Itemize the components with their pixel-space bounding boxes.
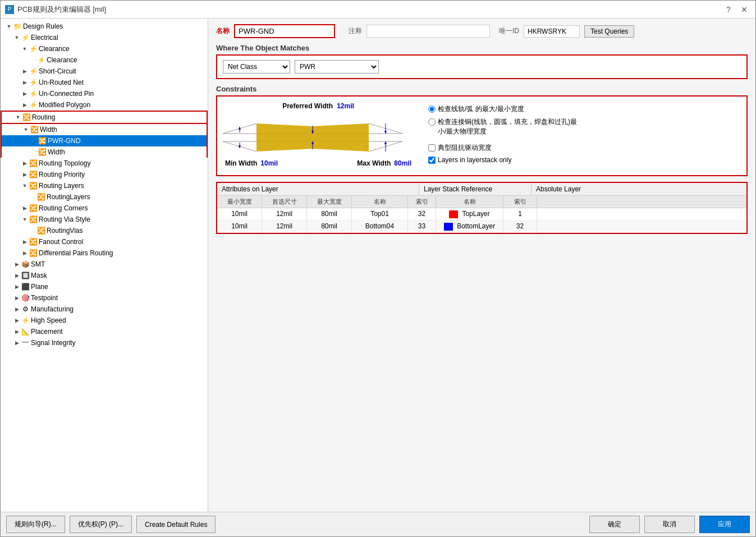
tree-item-routing-priority[interactable]: ▶ 🔀 Routing Priority: [1, 169, 208, 180]
checkbox-input-1[interactable]: [428, 144, 436, 152]
tree-item-routing[interactable]: ▼ 🔀 Routing: [1, 111, 208, 124]
tree-item-short-circuit[interactable]: ▶ ⚡ Short-Circuit: [1, 66, 208, 77]
tree-item-routing-layers-leaf[interactable]: ▶ 🔀 RoutingLayers: [1, 191, 208, 203]
expand-icon-clearance[interactable]: ▼: [21, 45, 29, 53]
tree-item-testpoint[interactable]: ▶ 🎯 Testpoint: [1, 292, 208, 304]
pwr-select[interactable]: PWR: [295, 60, 379, 74]
tree-item-placement[interactable]: ▶ 📐 Placement: [1, 326, 208, 337]
folder-icon: 📁: [13, 22, 22, 31]
expand-icon-fanout[interactable]: ▶: [21, 238, 29, 246]
tree-item-routing-vias-leaf[interactable]: ▶ 🔀 RoutingVias: [1, 225, 208, 236]
tree-label-routing-via-style: Routing Via Style: [39, 215, 90, 223]
expand-icon-routing-layers[interactable]: ▼: [21, 182, 29, 190]
expand-icon-design-rules[interactable]: ▼: [5, 22, 13, 30]
tree-item-routing-topology[interactable]: ▶ 🔀 Routing Topology: [1, 158, 208, 169]
tree-item-design-rules[interactable]: ▼ 📁 Design Rules: [1, 21, 208, 32]
radio-item-1[interactable]: 检查线轨/弧 的最大/最小宽度: [428, 104, 585, 114]
expand-icon-manufacturing[interactable]: ▶: [13, 305, 21, 313]
tree-item-un-connected-pin[interactable]: ▶ ⚡ Un-Connected Pin: [1, 88, 208, 99]
help-button[interactable]: ?: [722, 3, 735, 16]
expand-icon-high-speed[interactable]: ▶: [13, 316, 21, 324]
app-icon: P: [5, 5, 14, 14]
title-bar-controls: ? ✕: [722, 3, 751, 16]
test-queries-button[interactable]: Test Queries: [584, 25, 634, 38]
expand-icon-routing[interactable]: ▼: [14, 113, 22, 121]
rule-wizard-button[interactable]: 规则向导(R)...: [6, 516, 65, 533]
apply-button[interactable]: 应用: [699, 516, 750, 533]
expand-icon-un-connected[interactable]: ▶: [21, 90, 29, 98]
rule-icon-short-circuit: ⚡: [29, 67, 38, 76]
where-matches-box: Net Class PWR: [216, 54, 748, 79]
create-default-rules-button[interactable]: Create Default Rules: [136, 516, 216, 533]
radio-input-1[interactable]: [428, 105, 436, 113]
tree-label-routing-vias-leaf: RoutingVias: [47, 227, 83, 235]
cell-abs-name-2: BottomLayer: [436, 221, 503, 232]
tree-item-plane[interactable]: ▶ ⬛ Plane: [1, 281, 208, 292]
tree-item-fanout-control[interactable]: ▶ 🔀 Fanout Control: [1, 236, 208, 247]
table-row[interactable]: 10mil 12mil 80mil Top01 32 TopLayer 1: [217, 208, 746, 221]
tree-item-clearance-group[interactable]: ▼ ⚡ Clearance: [1, 43, 208, 54]
expand-icon-testpoint[interactable]: ▶: [13, 294, 21, 302]
expand-icon-routing-priority[interactable]: ▶: [21, 171, 29, 178]
comment-input[interactable]: [366, 25, 490, 38]
checkbox-item-1[interactable]: 典型阻抗驱动宽度: [428, 143, 585, 153]
tree-item-un-routed-net[interactable]: ▶ ⚡ Un-Routed Net: [1, 77, 208, 88]
col-header-min-width: 最小宽度: [217, 196, 262, 208]
tree-item-modified-polygon[interactable]: ▶ ⚡ Modified Polygon: [1, 99, 208, 111]
tree-item-manufacturing[interactable]: ▶ ⚙ Manufacturing: [1, 304, 208, 315]
tree-item-electrical[interactable]: ▼ ⚡ Electrical: [1, 32, 208, 43]
tree-item-high-speed[interactable]: ▶ ⚡ High Speed: [1, 315, 208, 326]
expand-icon-signal-integrity[interactable]: ▶: [13, 339, 21, 347]
expand-icon-un-routed[interactable]: ▶: [21, 79, 29, 86]
cancel-button[interactable]: 取消: [644, 516, 695, 533]
tree-label-mask: Mask: [31, 272, 47, 279]
radio-input-2[interactable]: [428, 118, 436, 126]
expand-icon-placement[interactable]: ▶: [13, 328, 21, 336]
tree-item-clearance-leaf[interactable]: ▶ ⚡ Clearance: [1, 54, 208, 66]
expand-icon-routing-via[interactable]: ▼: [21, 215, 29, 223]
priority-button[interactable]: 优先权(P) (P)...: [70, 516, 132, 533]
tree-item-diff-pairs[interactable]: ▶ 🔀 Differential Pairs Routing: [1, 247, 208, 259]
name-label: 名称: [216, 26, 230, 36]
name-row: 名称 注释 唯一ID Test Queries: [216, 24, 748, 38]
cell-idx-1: 32: [408, 208, 436, 220]
expand-icon-routing-corners[interactable]: ▶: [21, 204, 29, 212]
table-row[interactable]: 10mil 12mil 80mil Bottom04 33 BottomLaye…: [217, 221, 746, 233]
tree-item-routing-corners[interactable]: ▶ 🔀 Routing Corners: [1, 203, 208, 214]
cell-name-1: Top01: [352, 208, 408, 220]
tree-label-high-speed: High Speed: [31, 316, 66, 324]
radio-item-2[interactable]: 检查连接铜(线轨，圆弧，填充，焊盘和过孔)最小/最大物理宽度: [428, 117, 585, 136]
cell-abs-idx-1: 1: [503, 208, 537, 220]
close-button[interactable]: ✕: [737, 3, 751, 16]
tree-label-testpoint: Testpoint: [31, 294, 58, 302]
net-class-select[interactable]: Net Class: [223, 60, 290, 74]
checkbox-item-2[interactable]: Layers in layerstack only: [428, 156, 585, 164]
name-input[interactable]: [234, 24, 335, 38]
expand-icon-diff-pairs[interactable]: ▶: [21, 249, 29, 257]
expand-icon-mask[interactable]: ▶: [13, 272, 21, 279]
expand-icon-modified-polygon[interactable]: ▶: [21, 101, 29, 109]
expand-icon-plane[interactable]: ▶: [13, 283, 21, 291]
cell-name-2: Bottom04: [352, 221, 408, 232]
rule-icon-routing-corners: 🔀: [29, 204, 38, 213]
tree-item-pwr-gnd[interactable]: ▶ 🔀 PWR-GND: [1, 135, 208, 146]
checkbox-input-2[interactable]: [428, 157, 436, 164]
rule-icon-high-speed: ⚡: [21, 316, 30, 325]
tree-item-width-leaf[interactable]: ▶ 🔀 Width: [1, 146, 208, 158]
cell-max-w-2: 80mil: [307, 221, 352, 232]
ok-button[interactable]: 确定: [589, 516, 640, 533]
tree-item-mask[interactable]: ▶ 🔲 Mask: [1, 270, 208, 281]
tree-item-width-group[interactable]: ▼ 🔀 Width: [1, 124, 208, 135]
tree-item-smt[interactable]: ▶ 📦 SMT: [1, 259, 208, 270]
uid-input[interactable]: [524, 25, 580, 38]
expand-icon-electrical[interactable]: ▼: [13, 34, 21, 42]
tree-item-signal-integrity[interactable]: ▶ 〰 Signal Integrity: [1, 337, 208, 348]
expand-icon-width[interactable]: ▼: [22, 126, 30, 134]
tree-label-electrical: Electrical: [31, 34, 58, 42]
tree-item-routing-via-style[interactable]: ▼ 🔀 Routing Via Style: [1, 214, 208, 225]
expand-icon-short-circuit[interactable]: ▶: [21, 67, 29, 75]
tree-item-routing-layers-group[interactable]: ▼ 🔀 Routing Layers: [1, 180, 208, 191]
col-header-idx: 索引: [408, 196, 436, 208]
expand-icon-smt[interactable]: ▶: [13, 260, 21, 268]
expand-icon-routing-topology[interactable]: ▶: [21, 159, 29, 167]
